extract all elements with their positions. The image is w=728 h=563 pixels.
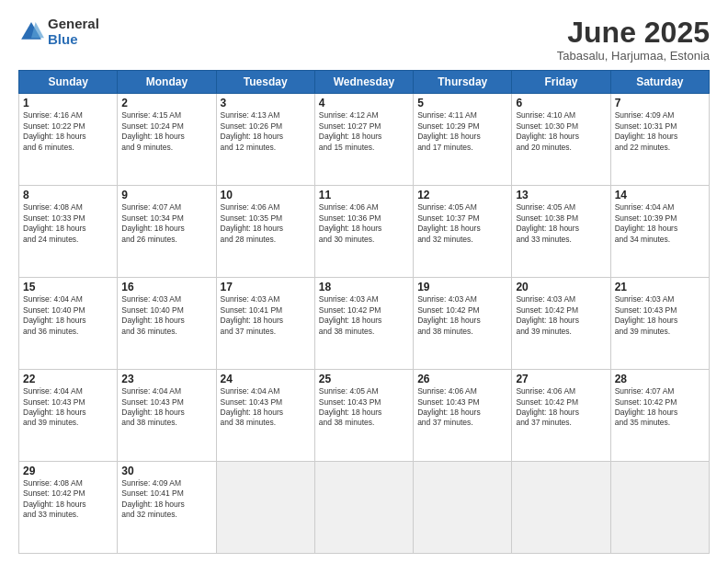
day-info: Sunrise: 4:16 AMSunset: 10:22 PMDaylight… <box>23 110 113 153</box>
day-number: 19 <box>417 281 507 293</box>
day-number: 5 <box>417 97 507 109</box>
logo: General Blue <box>18 17 99 47</box>
calendar-day: 30Sunrise: 4:09 AMSunset: 10:41 PMDaylig… <box>118 462 216 554</box>
calendar-day: 12Sunrise: 4:05 AMSunset: 10:37 PMDaylig… <box>414 186 512 278</box>
day-number: 4 <box>319 97 409 109</box>
day-info: Sunrise: 4:07 AMSunset: 10:34 PMDaylight… <box>121 202 211 245</box>
day-info: Sunrise: 4:10 AMSunset: 10:30 PMDaylight… <box>516 110 606 153</box>
header: General Blue June 2025 Tabasalu, Harjuma… <box>18 17 710 63</box>
day-number: 12 <box>417 189 507 201</box>
calendar-day: 26Sunrise: 4:06 AMSunset: 10:43 PMDaylig… <box>414 370 512 462</box>
calendar-day: 28Sunrise: 4:07 AMSunset: 10:42 PMDaylig… <box>610 370 709 462</box>
day-info: Sunrise: 4:12 AMSunset: 10:27 PMDaylight… <box>319 110 409 153</box>
day-number: 13 <box>516 189 606 201</box>
calendar-day: 18Sunrise: 4:03 AMSunset: 10:42 PMDaylig… <box>314 278 413 370</box>
calendar-day: 13Sunrise: 4:05 AMSunset: 10:38 PMDaylig… <box>512 186 610 278</box>
col-wednesday: Wednesday <box>314 71 413 94</box>
col-tuesday: Tuesday <box>216 71 314 94</box>
day-info: Sunrise: 4:09 AMSunset: 10:31 PMDaylight… <box>615 110 705 153</box>
calendar-header: Sunday Monday Tuesday Wednesday Thursday… <box>19 71 710 94</box>
calendar-body: 1Sunrise: 4:16 AMSunset: 10:22 PMDayligh… <box>19 94 710 554</box>
day-info: Sunrise: 4:08 AMSunset: 10:42 PMDaylight… <box>23 478 113 521</box>
calendar-day: 20Sunrise: 4:03 AMSunset: 10:42 PMDaylig… <box>512 278 610 370</box>
day-info: Sunrise: 4:11 AMSunset: 10:29 PMDaylight… <box>417 110 507 153</box>
day-number: 16 <box>121 281 211 293</box>
day-number: 7 <box>615 97 705 109</box>
calendar-day <box>314 462 413 554</box>
day-info: Sunrise: 4:03 AMSunset: 10:41 PMDaylight… <box>221 294 311 337</box>
day-number: 1 <box>23 97 113 109</box>
logo-text: General Blue <box>48 17 99 47</box>
calendar-week-2: 8Sunrise: 4:08 AMSunset: 10:33 PMDayligh… <box>19 186 710 278</box>
logo-icon <box>18 19 44 45</box>
day-info: Sunrise: 4:03 AMSunset: 10:42 PMDaylight… <box>516 294 606 337</box>
day-info: Sunrise: 4:13 AMSunset: 10:26 PMDaylight… <box>221 110 311 153</box>
day-info: Sunrise: 4:09 AMSunset: 10:41 PMDaylight… <box>121 478 211 521</box>
page: General Blue June 2025 Tabasalu, Harjuma… <box>0 0 728 563</box>
day-number: 20 <box>516 281 606 293</box>
day-info: Sunrise: 4:03 AMSunset: 10:42 PMDaylight… <box>319 294 409 337</box>
calendar-week-3: 15Sunrise: 4:04 AMSunset: 10:40 PMDaylig… <box>19 278 710 370</box>
calendar-day <box>216 462 314 554</box>
header-row: Sunday Monday Tuesday Wednesday Thursday… <box>19 71 710 94</box>
calendar-day: 6Sunrise: 4:10 AMSunset: 10:30 PMDayligh… <box>512 94 610 186</box>
calendar-day: 11Sunrise: 4:06 AMSunset: 10:36 PMDaylig… <box>314 186 413 278</box>
calendar-day: 14Sunrise: 4:04 AMSunset: 10:39 PMDaylig… <box>610 186 709 278</box>
day-number: 11 <box>319 189 409 201</box>
calendar-day: 10Sunrise: 4:06 AMSunset: 10:35 PMDaylig… <box>216 186 314 278</box>
day-number: 25 <box>319 373 409 385</box>
calendar-day: 19Sunrise: 4:03 AMSunset: 10:42 PMDaylig… <box>414 278 512 370</box>
calendar-day: 23Sunrise: 4:04 AMSunset: 10:43 PMDaylig… <box>118 370 216 462</box>
day-info: Sunrise: 4:04 AMSunset: 10:43 PMDaylight… <box>23 386 113 429</box>
col-monday: Monday <box>118 71 216 94</box>
day-info: Sunrise: 4:08 AMSunset: 10:33 PMDaylight… <box>23 202 113 245</box>
calendar-day: 17Sunrise: 4:03 AMSunset: 10:41 PMDaylig… <box>216 278 314 370</box>
calendar-day: 8Sunrise: 4:08 AMSunset: 10:33 PMDayligh… <box>19 186 118 278</box>
day-info: Sunrise: 4:03 AMSunset: 10:42 PMDaylight… <box>417 294 507 337</box>
day-info: Sunrise: 4:06 AMSunset: 10:43 PMDaylight… <box>417 386 507 429</box>
day-number: 22 <box>23 373 113 385</box>
calendar-day <box>414 462 512 554</box>
calendar-day: 7Sunrise: 4:09 AMSunset: 10:31 PMDayligh… <box>610 94 709 186</box>
calendar-day: 1Sunrise: 4:16 AMSunset: 10:22 PMDayligh… <box>19 94 118 186</box>
calendar-day: 21Sunrise: 4:03 AMSunset: 10:43 PMDaylig… <box>610 278 709 370</box>
col-friday: Friday <box>512 71 610 94</box>
calendar-day: 24Sunrise: 4:04 AMSunset: 10:43 PMDaylig… <box>216 370 314 462</box>
calendar-day: 9Sunrise: 4:07 AMSunset: 10:34 PMDayligh… <box>118 186 216 278</box>
calendar-day: 4Sunrise: 4:12 AMSunset: 10:27 PMDayligh… <box>314 94 413 186</box>
day-info: Sunrise: 4:03 AMSunset: 10:43 PMDaylight… <box>615 294 705 337</box>
day-number: 18 <box>319 281 409 293</box>
day-number: 9 <box>121 189 211 201</box>
month-title: June 2025 <box>557 17 710 49</box>
day-number: 15 <box>23 281 113 293</box>
day-info: Sunrise: 4:06 AMSunset: 10:42 PMDaylight… <box>516 386 606 429</box>
day-number: 2 <box>121 97 211 109</box>
day-info: Sunrise: 4:06 AMSunset: 10:36 PMDaylight… <box>319 202 409 245</box>
day-info: Sunrise: 4:07 AMSunset: 10:42 PMDaylight… <box>615 386 705 429</box>
col-saturday: Saturday <box>610 71 709 94</box>
day-info: Sunrise: 4:05 AMSunset: 10:37 PMDaylight… <box>417 202 507 245</box>
day-info: Sunrise: 4:05 AMSunset: 10:38 PMDaylight… <box>516 202 606 245</box>
calendar-day: 16Sunrise: 4:03 AMSunset: 10:40 PMDaylig… <box>118 278 216 370</box>
day-info: Sunrise: 4:06 AMSunset: 10:35 PMDaylight… <box>221 202 311 245</box>
day-number: 30 <box>121 465 211 477</box>
day-number: 28 <box>615 373 705 385</box>
calendar-day: 5Sunrise: 4:11 AMSunset: 10:29 PMDayligh… <box>414 94 512 186</box>
location-subtitle: Tabasalu, Harjumaa, Estonia <box>557 49 710 63</box>
calendar-table: Sunday Monday Tuesday Wednesday Thursday… <box>18 70 710 554</box>
calendar-day: 27Sunrise: 4:06 AMSunset: 10:42 PMDaylig… <box>512 370 610 462</box>
day-number: 21 <box>615 281 705 293</box>
calendar-day: 22Sunrise: 4:04 AMSunset: 10:43 PMDaylig… <box>19 370 118 462</box>
day-info: Sunrise: 4:04 AMSunset: 10:43 PMDaylight… <box>121 386 211 429</box>
day-number: 14 <box>615 189 705 201</box>
day-number: 3 <box>221 97 311 109</box>
day-number: 29 <box>23 465 113 477</box>
title-block: June 2025 Tabasalu, Harjumaa, Estonia <box>557 17 710 63</box>
calendar-day: 25Sunrise: 4:05 AMSunset: 10:43 PMDaylig… <box>314 370 413 462</box>
day-number: 10 <box>221 189 311 201</box>
day-number: 6 <box>516 97 606 109</box>
logo-blue: Blue <box>48 32 99 48</box>
calendar-week-4: 22Sunrise: 4:04 AMSunset: 10:43 PMDaylig… <box>19 370 710 462</box>
calendar-week-1: 1Sunrise: 4:16 AMSunset: 10:22 PMDayligh… <box>19 94 710 186</box>
day-number: 17 <box>221 281 311 293</box>
